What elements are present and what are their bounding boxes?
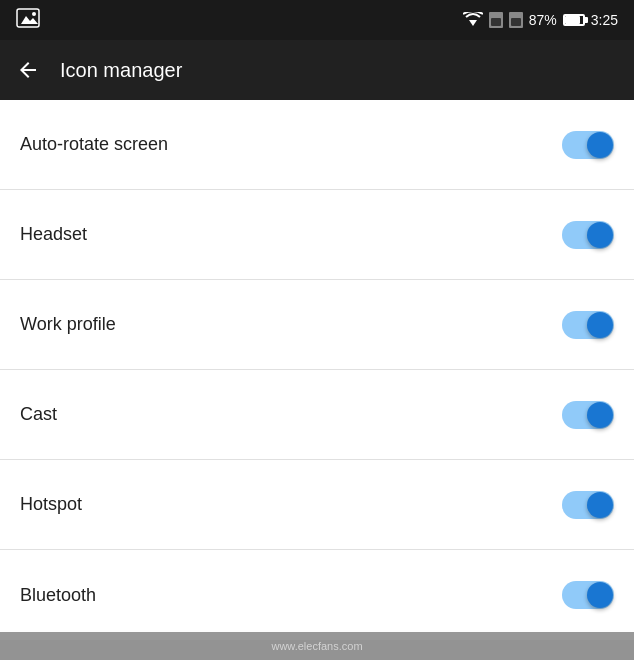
toggle-auto-rotate[interactable] [562,131,614,159]
item-label-hotspot: Hotspot [20,494,82,515]
sim2-icon [509,12,523,28]
svg-point-2 [32,12,36,16]
list-item: Hotspot [0,460,634,550]
wifi-icon [463,12,483,28]
toggle-headset[interactable] [562,221,614,249]
toggle-work-profile[interactable] [562,311,614,339]
watermark-bar: www.elecfans.com [0,632,634,660]
svg-rect-0 [17,9,39,27]
toggle-bluetooth[interactable] [562,581,614,609]
svg-marker-3 [469,20,477,26]
status-icons: 87% 3:25 [463,12,618,28]
list-item: Headset [0,190,634,280]
toggle-thumb-bluetooth [587,582,613,608]
item-label-bluetooth: Bluetooth [20,585,96,606]
status-bar: 87% 3:25 [0,0,634,40]
toggle-thumb-work-profile [587,312,613,338]
item-label-work-profile: Work profile [20,314,116,335]
page-title: Icon manager [60,59,182,82]
toggle-hotspot[interactable] [562,491,614,519]
battery-icon [563,14,585,26]
battery-percentage: 87% [529,12,557,28]
toggle-thumb-cast [587,402,613,428]
page-wrapper: 87% 3:25 Icon manager Auto-rotate screen… [0,0,634,660]
toggle-thumb-headset [587,222,613,248]
svg-rect-7 [511,18,521,26]
battery-fill [565,16,580,24]
item-label-cast: Cast [20,404,57,425]
item-label-headset: Headset [20,224,87,245]
watermark-text: www.elecfans.com [271,640,362,652]
clock: 3:25 [591,12,618,28]
svg-rect-5 [491,18,501,26]
sim1-icon [489,12,503,28]
back-button[interactable] [16,58,40,82]
toggle-thumb-hotspot [587,492,613,518]
toggle-cast[interactable] [562,401,614,429]
list-item: Cast [0,370,634,460]
list-item: Bluetooth [0,550,634,640]
list-item: Auto-rotate screen [0,100,634,190]
app-bar: Icon manager [0,40,634,100]
image-icon [16,8,40,28]
settings-list: Auto-rotate screen Headset Work profile … [0,100,634,640]
item-label-auto-rotate: Auto-rotate screen [20,134,168,155]
list-item: Work profile [0,280,634,370]
status-bar-left [16,8,40,32]
svg-marker-1 [21,16,38,24]
toggle-thumb-auto-rotate [587,132,613,158]
